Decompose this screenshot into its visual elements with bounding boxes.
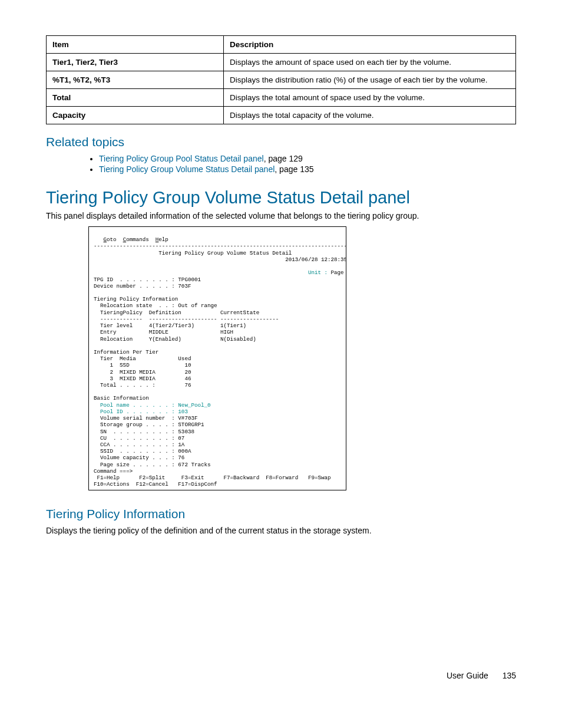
page-footer: User Guide 135 — [46, 671, 516, 680]
desc-cell: Displays the amount of space used on eac… — [224, 54, 516, 71]
tpi-section-heading: Tiering Policy Information — [46, 507, 516, 521]
ssid: SSID . . . . . . . . : 000A — [94, 448, 191, 454]
desc-cell: Displays the distribution ratio (%) of t… — [224, 71, 516, 89]
storage-group: Storage group . . . . : STORGRP1 — [94, 421, 204, 428]
col-item-header: Item — [47, 36, 224, 54]
ipt-row: 3 MIXED MEDIA 46 — [94, 375, 191, 382]
related-topics-list: Tiering Policy Group Pool Status Detail … — [88, 154, 516, 174]
tpg-id: TPG ID . . . . . . . . : TPG0001 — [94, 276, 201, 283]
desc-cell: Displays the total amount of space used … — [224, 89, 516, 107]
pool-name: Pool name . . . . . . : New_Pool_0 — [94, 402, 210, 409]
terminal-title: Tiering Policy Group Volume Status Detai… — [94, 250, 292, 256]
terminal-screenshot: Goto Commands Help ---------------------… — [88, 226, 346, 490]
related-suffix: , page 135 — [275, 164, 313, 174]
fkeys-row: F10=Actions F12=Cancel F17=DispConf — [94, 481, 217, 487]
tier-level-row: Tier level 4(Tier2/Tier3) 1(Tier1) — [94, 322, 246, 329]
sn: SN . . . . . . . . . : 53038 — [94, 429, 194, 435]
relocation-state: Relocation state . . : Out of range — [94, 302, 217, 309]
related-suffix: , page 129 — [264, 154, 303, 163]
table-row: %T1, %T2, %T3 Displays the distribution … — [47, 71, 516, 89]
bi-header: Basic Information — [94, 395, 149, 401]
tp-def-header: TieringPolicy Definition CurrentState — [94, 309, 259, 316]
related-topics-heading: Related topics — [46, 135, 516, 149]
related-link[interactable]: Tiering Policy Group Volume Status Detai… — [99, 164, 275, 174]
ipt-row: 1 SSD 10 — [94, 362, 191, 368]
cu: CU . . . . . . . . . : 07 — [94, 435, 184, 442]
footer-page: 135 — [503, 671, 516, 680]
item-cell: Tier1, Tier2, Tier3 — [47, 54, 224, 71]
ipt-columns: Tier Media Used — [94, 355, 191, 362]
entry-row: Entry MIDDLE HIGH — [94, 329, 233, 335]
device-number: Device number . . . . . : 703F — [94, 283, 191, 289]
tpi-section-body: Displays the tiering policy of the defin… — [46, 526, 516, 535]
ipt-header: Information Per Tier — [94, 349, 158, 355]
pool-id: Pool ID . . . . . . . : 103 — [94, 409, 188, 415]
footer-label: User Guide — [447, 671, 488, 680]
related-link[interactable]: Tiering Policy Group Pool Status Detail … — [99, 154, 264, 163]
table-row: Capacity Displays the total capacity of … — [47, 107, 516, 124]
panel-title: Tiering Policy Group Volume Status Detai… — [46, 188, 516, 207]
unit-label: Unit : — [94, 269, 328, 276]
desc-cell: Displays the total capacity of the volum… — [224, 107, 516, 124]
item-cell: %T1, %T2, %T3 — [47, 71, 224, 89]
list-item: Tiering Policy Group Volume Status Detai… — [99, 164, 516, 174]
volume-serial: Volume serial number : V#703F — [94, 415, 197, 421]
cca: CCA . . . . . . . . . : 1A — [94, 442, 184, 448]
col-desc-header: Description — [224, 36, 516, 54]
table-row: Tier1, Tier2, Tier3 Displays the amount … — [47, 54, 516, 71]
unit-value: Page — [328, 269, 344, 276]
ipt-row: 2 MIXED MEDIA 20 — [94, 369, 191, 375]
tpi-header: Tiering Policy Information — [94, 296, 178, 302]
command-prompt: Command ===> — [94, 468, 133, 475]
ipt-total: Total . . . . . : 76 — [94, 382, 191, 388]
item-description-table: Item Description Tier1, Tier2, Tier3 Dis… — [46, 35, 516, 124]
tp-sep: ------------- --------------------- ----… — [94, 316, 279, 322]
terminal-timestamp: 2013/06/28 12:28:35 — [94, 256, 346, 263]
volume-capacity: Volume capacity . . . : 76 — [94, 454, 184, 461]
table-row: Total Displays the total amount of space… — [47, 89, 516, 107]
relocation-row: Relocation Y(Enabled) N(Disabled) — [94, 336, 256, 342]
item-cell: Total — [47, 89, 224, 107]
fkeys-row: F1=Help F2=Split F3=Exit F7=Backward F8=… — [94, 475, 330, 481]
panel-intro: This panel displays detailed information… — [46, 211, 516, 220]
list-item: Tiering Policy Group Pool Status Detail … — [99, 154, 516, 163]
terminal-hr: ----------------------------------------… — [94, 243, 346, 249]
page-size: Page size . . . . . . : 672 Tracks — [94, 462, 210, 468]
item-cell: Capacity — [47, 107, 224, 124]
